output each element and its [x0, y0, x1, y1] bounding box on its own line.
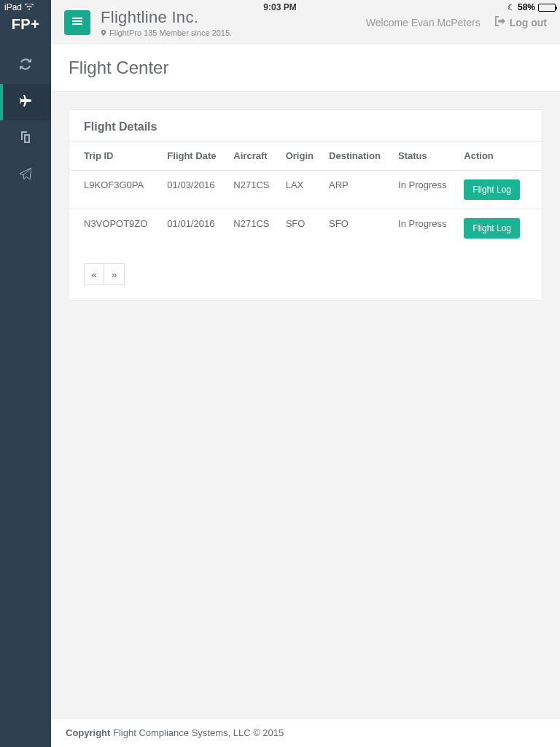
hamburger-icon [72, 16, 82, 29]
flight-log-button[interactable]: Flight Log [464, 218, 520, 239]
nav-send[interactable] [0, 157, 51, 193]
pagination: « » [84, 263, 542, 285]
battery-icon [538, 4, 556, 12]
refresh-icon [20, 58, 31, 73]
status-time: 9:03 PM [263, 2, 296, 12]
th-origin: Origin [280, 142, 323, 171]
device-label: iPad [4, 2, 22, 12]
th-destination: Destination [323, 142, 392, 171]
nav-refresh[interactable] [0, 47, 51, 84]
logout-button[interactable]: Log out [495, 16, 547, 28]
panel-title: Flight Details [84, 120, 527, 133]
map-pin-icon [101, 28, 106, 37]
flight-log-button[interactable]: Flight Log [464, 179, 520, 200]
panel-body: Trip ID Flight Date Aircraft Origin Dest… [69, 142, 542, 300]
nav-documents[interactable] [0, 120, 51, 157]
nav-flights[interactable] [0, 84, 51, 120]
cell-aircraft: N271CS [228, 171, 279, 209]
footer: Copyright Flight Compliance Systems, LLC… [51, 718, 560, 747]
th-action: Action [458, 142, 542, 171]
th-status: Status [392, 142, 458, 171]
member-text: FlightPro 135 Member since 2015. [109, 28, 232, 37]
cell-status: In Progress [392, 171, 458, 209]
page-prev-button[interactable]: « [84, 263, 104, 285]
th-trip-id: Trip ID [69, 142, 161, 171]
th-aircraft: Aircraft [228, 142, 279, 171]
content-area: Flight Details Trip ID Flight Date Aircr… [51, 92, 560, 718]
cell-origin: SFO [280, 209, 323, 248]
left-sidebar: FP+ [0, 0, 51, 747]
page-heading: Flight Center [51, 44, 560, 92]
cell-origin: LAX [280, 171, 323, 209]
panel-title-bar: Flight Details [69, 110, 542, 142]
table-row: L9KOF3G0PA 01/03/2016 N271CS LAX ARP In … [69, 171, 542, 209]
cell-destination: SFO [323, 209, 392, 248]
cell-flight-date: 01/01/2016 [161, 209, 228, 248]
cell-trip-id: L9KOF3G0PA [69, 171, 161, 209]
flight-details-panel: Flight Details Trip ID Flight Date Aircr… [69, 109, 542, 301]
member-line: FlightPro 135 Member since 2015. [101, 28, 232, 37]
th-flight-date: Flight Date [161, 142, 228, 171]
copy-icon [20, 131, 31, 146]
cell-aircraft: N271CS [228, 209, 279, 248]
table-header-row: Trip ID Flight Date Aircraft Origin Dest… [69, 142, 542, 171]
paper-plane-icon [20, 168, 31, 182]
welcome-text: Welcome Evan McPeters [366, 17, 481, 28]
ios-status-bar: iPad 9:03 PM ☾ 58% [0, 0, 560, 15]
table-row: N3VOPOT9ZO 01/01/2016 N271CS SFO SFO In … [69, 209, 542, 248]
flights-table: Trip ID Flight Date Aircraft Origin Dest… [69, 142, 542, 247]
brand-logo: FP+ [12, 16, 40, 33]
cell-trip-id: N3VOPOT9ZO [69, 209, 161, 248]
cell-status: In Progress [392, 209, 458, 248]
wifi-icon [25, 2, 34, 12]
footer-strong: Copyright [66, 727, 110, 738]
page-next-button[interactable]: » [104, 263, 125, 285]
dnd-moon-icon: ☾ [508, 3, 515, 12]
battery-percent: 58% [518, 2, 535, 12]
main-area: Flightline Inc. FlightPro 135 Member sin… [51, 0, 560, 747]
cell-flight-date: 01/03/2016 [161, 171, 228, 209]
signout-icon [495, 16, 505, 28]
plane-icon [20, 95, 31, 109]
cell-destination: ARP [323, 171, 392, 209]
footer-text: Flight Compliance Systems, LLC © 2015 [110, 727, 284, 738]
page-title: Flight Center [69, 58, 542, 78]
logout-label: Log out [510, 17, 547, 28]
